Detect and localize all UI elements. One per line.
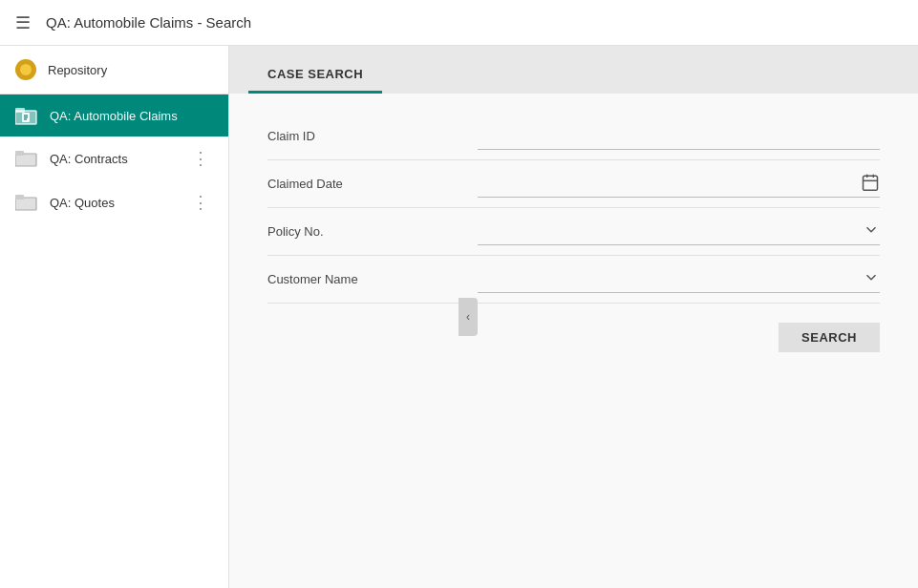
content-area: ‹ CASE SEARCH Claim ID Claimed Date (229, 46, 918, 588)
sidebar-item-label-qa-contracts: QA: Contracts (50, 152, 188, 166)
top-bar: ☰ QA: Automobile Claims - Search (0, 0, 918, 46)
sidebar-item-menu-qa-quotes[interactable]: ⋮ (188, 192, 213, 213)
calendar-icon[interactable] (861, 173, 880, 196)
field-customer-name (478, 266, 880, 293)
folder-icon-contracts (15, 149, 38, 168)
search-button-row: SEARCH (267, 304, 880, 352)
label-claimed-date: Claimed Date (267, 177, 478, 191)
sidebar-item-qa-contracts[interactable]: QA: Contracts ⋮ (0, 136, 228, 180)
svg-rect-1 (15, 108, 25, 113)
sidebar-collapse-button[interactable]: ‹ (459, 298, 478, 336)
sidebar-item-qa-quotes[interactable]: QA: Quotes ⋮ (0, 180, 228, 224)
svg-rect-10 (864, 176, 878, 190)
form-row-claimed-date: Claimed Date (267, 160, 880, 208)
form-row-customer-name: Customer Name (267, 256, 880, 304)
sidebar-item-label-qa-quotes: QA: Quotes (50, 196, 188, 210)
sidebar-item-menu-qa-contracts[interactable]: ⋮ (188, 148, 213, 169)
select-policy-no[interactable] (478, 219, 880, 245)
sidebar-repository: Repository (0, 46, 228, 94)
svg-rect-7 (15, 151, 24, 156)
tab-bar: CASE SEARCH (229, 46, 918, 94)
collapse-arrow-icon: ‹ (466, 310, 470, 324)
input-claim-id[interactable] (478, 123, 880, 150)
field-claimed-date (478, 171, 880, 198)
repo-icon (15, 59, 36, 80)
folder-icon-active (15, 106, 38, 125)
label-policy-no: Policy No. (267, 224, 478, 239)
sidebar: Repository QA: Automobile Claims (0, 46, 229, 588)
sidebar-item-qa-automobile-claims[interactable]: QA: Automobile Claims (0, 94, 228, 136)
app-title: QA: Automobile Claims - Search (46, 14, 251, 31)
select-wrapper-policy-no (478, 219, 880, 245)
svg-rect-9 (15, 195, 24, 200)
input-claimed-date[interactable] (478, 171, 880, 198)
field-policy-no (478, 219, 880, 245)
repo-icon-inner (20, 64, 32, 75)
form-row-claim-id: Claim ID (267, 113, 880, 160)
tab-case-search[interactable]: CASE SEARCH (248, 57, 382, 94)
form-row-policy-no: Policy No. (267, 208, 880, 256)
select-wrapper-customer-name (478, 266, 880, 293)
folder-icon-quotes (15, 193, 38, 212)
sidebar-repo-label: Repository (48, 63, 107, 77)
search-button[interactable]: SEARCH (779, 323, 880, 352)
main-layout: Repository QA: Automobile Claims (0, 46, 918, 588)
sidebar-item-label-qa-automobile-claims: QA: Automobile Claims (50, 109, 213, 123)
label-customer-name: Customer Name (267, 272, 478, 286)
select-customer-name[interactable] (478, 266, 880, 293)
hamburger-icon[interactable]: ☰ (15, 12, 31, 33)
form-panel: Claim ID Claimed Date (229, 94, 918, 588)
field-claim-id (478, 123, 880, 150)
label-claim-id: Claim ID (267, 129, 478, 143)
